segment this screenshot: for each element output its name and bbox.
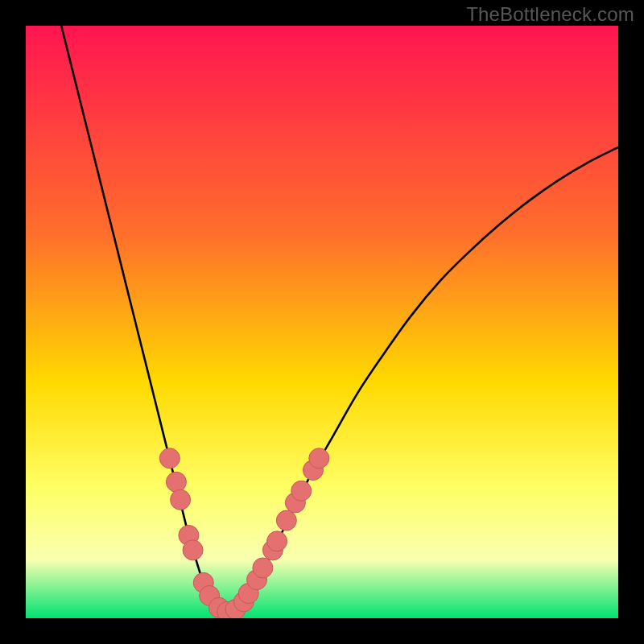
plot-background <box>26 26 618 618</box>
watermark-text: TheBottleneck.com <box>466 3 634 26</box>
data-marker <box>267 531 287 551</box>
data-marker <box>309 448 329 469</box>
data-marker <box>291 481 312 501</box>
chart-frame: { "watermark": "TheBottleneck.com", "col… <box>0 0 644 644</box>
data-marker <box>171 489 191 510</box>
data-marker <box>183 540 203 560</box>
bottleneck-chart <box>0 0 644 644</box>
data-marker <box>276 510 296 530</box>
data-marker <box>166 472 186 492</box>
data-marker <box>159 448 180 469</box>
data-marker <box>253 558 273 578</box>
